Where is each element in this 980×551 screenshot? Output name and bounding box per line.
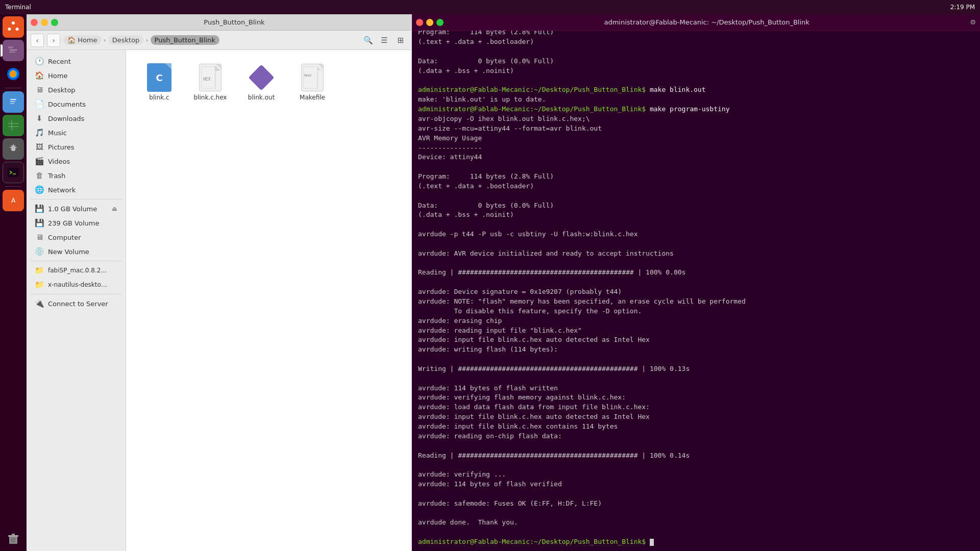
- connect-server-icon: 🔌: [35, 299, 44, 308]
- sidebar-label-volume-239gb: 239 GB Volume: [48, 219, 99, 227]
- sidebar-item-volume-1gb[interactable]: 💾 1.0 GB Volume ⏏: [29, 202, 124, 216]
- eject-1gb-button[interactable]: ⏏: [112, 205, 117, 212]
- svg-rect-19: [8, 168, 19, 177]
- sidebar-item-computer[interactable]: 🖥 Computer: [29, 230, 124, 244]
- term-minimize-button[interactable]: [426, 19, 433, 26]
- sidebar-item-xnautilus[interactable]: 📁 x-nautilus-desktop:///: [29, 278, 124, 292]
- close-button[interactable]: [31, 19, 38, 26]
- sidebar-item-recent[interactable]: 🕐 Recent: [29, 54, 124, 68]
- sidebar-item-connect-server[interactable]: 🔌 Connect to Server: [29, 296, 124, 311]
- svg-rect-6: [9, 49, 17, 51]
- sidebar-label-trash: Trash: [48, 172, 65, 180]
- terminal-menu-icon[interactable]: ⚙: [970, 18, 976, 26]
- forward-button[interactable]: ›: [47, 34, 60, 47]
- file-manager-sidebar: 🕐 Recent 🏠 Home 🖥 Desktop 📄 Documents ⬇: [27, 50, 126, 551]
- back-button[interactable]: ‹: [31, 34, 44, 47]
- terminal-toolbar-icons: ⚙: [970, 18, 976, 26]
- sidebar-label-connect-server: Connect to Server: [48, 300, 108, 308]
- sidebar-label-fabisp: fabiSP_mac.0.8.2_fi...: [48, 267, 109, 274]
- svg-rect-13: [10, 103, 14, 104]
- makefile-icon: MAKE: [301, 64, 324, 91]
- term-close-button[interactable]: [416, 19, 423, 26]
- terminal-title: administrator@Fablab-Mecanic: ~/Desktop/…: [447, 18, 967, 26]
- volume-1gb-icon: 💾: [35, 204, 44, 213]
- system-bar: Terminal 2:19 PM: [0, 0, 980, 14]
- sidebar-item-desktop[interactable]: 🖥 Desktop: [29, 83, 124, 97]
- sidebar-item-network[interactable]: 🌐 Network: [29, 183, 124, 197]
- system-time: 2:19 PM: [950, 4, 975, 11]
- file-label-blink-out: blink.out: [248, 94, 275, 101]
- sidebar-item-downloads[interactable]: ⬇ Downloads: [29, 111, 124, 126]
- breadcrumb-desktop[interactable]: Desktop: [108, 35, 144, 45]
- terminal-window: administrator@Fablab-Mecanic: ~/Desktop/…: [412, 14, 980, 551]
- sidebar-label-network: Network: [48, 186, 76, 194]
- term-maximize-button[interactable]: [436, 19, 444, 26]
- main-area: A Push_Button_Blink ‹ › 🏠 Home › Desktop…: [0, 14, 980, 551]
- sidebar-item-pictures[interactable]: 🖼 Pictures: [29, 140, 124, 154]
- svg-text:MAKE: MAKE: [304, 73, 312, 77]
- grid-view-icon[interactable]: ⊞: [394, 34, 407, 47]
- ubuntu-dock-icon[interactable]: [3, 16, 24, 38]
- sidebar-label-computer: Computer: [48, 234, 81, 241]
- file-item-makefile[interactable]: MAKE Makefile: [289, 60, 335, 104]
- breadcrumb-current[interactable]: Push_Button_Blink: [151, 35, 219, 45]
- spreadsheet-dock-icon[interactable]: [3, 115, 24, 136]
- documents-icon: 📄: [35, 99, 44, 109]
- terminal-titlebar: administrator@Fablab-Mecanic: ~/Desktop/…: [412, 14, 980, 31]
- fabisp-icon: 📁: [35, 266, 44, 275]
- gedit-dock-icon[interactable]: [3, 91, 24, 113]
- ubuntu-software-dock-icon[interactable]: A: [3, 190, 24, 211]
- firefox-dock-icon[interactable]: [3, 63, 24, 85]
- file-label-blink-c: blink.c: [149, 94, 169, 101]
- file-label-makefile: Makefile: [300, 94, 325, 101]
- trash-icon: 🗑: [35, 171, 44, 180]
- sidebar-item-music[interactable]: 🎵 Music: [29, 126, 124, 140]
- svg-point-3: [8, 28, 11, 31]
- breadcrumb-home[interactable]: 🏠 Home: [63, 35, 102, 45]
- files-dock-icon[interactable]: [3, 40, 24, 61]
- maximize-button[interactable]: [51, 19, 58, 26]
- file-manager-title: Push_Button_Blink: [61, 18, 407, 26]
- svg-rect-5: [8, 46, 13, 48]
- system-bar-right: 2:19 PM: [950, 4, 975, 11]
- desktop-icon: 🖥: [35, 85, 44, 94]
- system-title: Terminal: [5, 4, 31, 11]
- sidebar-item-documents[interactable]: 📄 Documents: [29, 97, 124, 111]
- svg-rect-14: [8, 120, 18, 131]
- trash-dock-icon[interactable]: [3, 528, 24, 549]
- file-item-blink-hex[interactable]: HEX blink.c.hex: [187, 60, 233, 104]
- svg-rect-33: [249, 65, 275, 91]
- dock: A: [0, 14, 27, 551]
- file-item-blink-out[interactable]: blink.out: [238, 60, 284, 104]
- sidebar-label-home: Home: [48, 72, 67, 80]
- volume-239gb-icon: 💾: [35, 218, 44, 228]
- sidebar-item-new-volume[interactable]: 💿 New Volume: [29, 244, 124, 259]
- out-file-icon: [248, 64, 275, 91]
- sidebar-item-videos[interactable]: 🎬 Videos: [29, 154, 124, 168]
- svg-rect-11: [10, 99, 16, 100]
- sidebar-item-fabisp[interactable]: 📁 fabiSP_mac.0.8.2_fi...: [29, 263, 124, 278]
- sidebar-label-recent: Recent: [48, 58, 71, 65]
- terminal-dock-icon[interactable]: [3, 162, 24, 183]
- svg-marker-35: [317, 66, 322, 70]
- sidebar-label-volume-1gb: 1.0 GB Volume: [48, 205, 97, 213]
- sidebar-label-documents: Documents: [48, 101, 86, 108]
- list-view-icon[interactable]: ☰: [378, 34, 391, 47]
- terminal-content[interactable]: AVR Memory Usage ---------------- Device…: [412, 31, 980, 551]
- sidebar-label-desktop: Desktop: [48, 86, 76, 94]
- file-item-blink-c[interactable]: C blink.c: [136, 60, 182, 104]
- svg-text:HEX: HEX: [203, 77, 211, 82]
- toolbar-right: 🔍 ☰ ⊞: [361, 34, 407, 47]
- system-bar-left: Terminal: [5, 4, 31, 11]
- home-icon: 🏠: [35, 71, 44, 80]
- svg-rect-34: [303, 66, 317, 89]
- sidebar-item-trash[interactable]: 🗑 Trash: [29, 168, 124, 183]
- network-icon: 🌐: [35, 185, 44, 194]
- breadcrumb: 🏠 Home › Desktop › Push_Button_Blink: [63, 35, 358, 45]
- sidebar-item-volume-239gb[interactable]: 💾 239 GB Volume: [29, 216, 124, 230]
- sidebar-item-home[interactable]: 🏠 Home: [29, 68, 124, 83]
- settings-dock-icon[interactable]: [3, 138, 24, 160]
- sidebar-label-music: Music: [48, 129, 67, 137]
- minimize-button[interactable]: [41, 19, 48, 26]
- search-icon[interactable]: 🔍: [361, 34, 375, 47]
